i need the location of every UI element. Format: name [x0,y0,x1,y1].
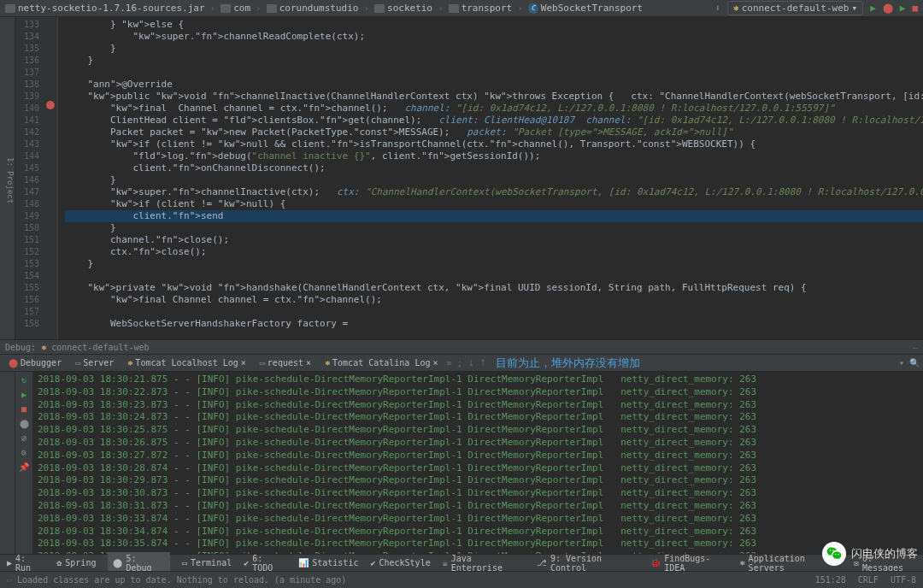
folder-icon [374,4,385,13]
stop-icon[interactable]: ■ [21,404,26,414]
breadcrumb-bar: netty-socketio-1.7.16-sources.jar› com› … [0,0,923,17]
line-separator[interactable]: CRLF [858,575,879,585]
debug-icon[interactable]: ⬤ [883,3,893,14]
tab-request[interactable]: ▭request × [255,356,316,369]
tool-spring[interactable]: ✿ Spring [56,558,96,567]
build-icon[interactable]: ⬇ [714,3,720,14]
debug-label: Debug: [5,343,36,352]
run-coverage-icon[interactable]: ▶ [900,3,906,14]
debug-target: connect-default-web [51,343,149,352]
jar-icon [5,4,15,13]
folder-icon [220,4,231,13]
pin-icon[interactable]: 📌 [19,462,29,472]
breadcrumb-p2[interactable]: corundumstudio [279,3,359,14]
line-number-gutter[interactable]: 1331341351361371381391401411421431441451… [15,17,44,339]
caret-position[interactable]: 151:28 [815,575,846,585]
stop-icon[interactable]: ■ [912,3,918,14]
hide-panel-icon[interactable]: — [913,343,918,352]
console-output[interactable]: 2018-09-03 18:30:21.875 - - [INFO] pike-… [32,372,923,554]
watermark-text: 闪电侠的博客 [851,546,918,562]
debug-session-bar: Debug: ⎈ connect-default-web — [0,339,923,355]
file-encoding[interactable]: UTF-8 [891,575,916,585]
breadcrumb-p1[interactable]: com [233,3,250,14]
project-tool-tab[interactable]: 1: Project [6,157,15,203]
resume-icon[interactable]: ▶ [21,390,26,399]
status-message: Loaded classes are up to date. Nothing t… [17,575,346,585]
run-config-selector[interactable]: ⎈connect-default-web ▾ [727,1,863,15]
breadcrumb-p3[interactable]: socketio [387,3,432,14]
rerun-icon[interactable]: ↻ [21,375,26,385]
annotation-text: 目前为止，堆外内存没有增加 [496,356,640,371]
tool-java-ee[interactable]: ☕ Java Enterprise [443,554,525,573]
folder-icon [267,4,277,13]
code-editor[interactable]: 1331341351361371381391401411421431441451… [15,17,923,339]
tab-tomcat-localhost[interactable]: ⎈Tomcat Localhost Log × [122,356,250,369]
left-tool-strip[interactable]: 1: Project DB Browser [0,17,15,339]
status-bar: ▭ Loaded classes are up to date. Nothing… [0,571,923,588]
watermark: 闪电侠的博客 [822,542,918,566]
tool-checkstyle[interactable]: ✔ CheckStyle [370,558,430,567]
tool-terminal[interactable]: ▭ Terminal [182,558,232,567]
class-icon: C [528,3,538,14]
console-action-gutter: ↻ ▶ ■ ⬤ ⌀ ⚙ 📌 [15,372,32,554]
run-icon[interactable]: ▶ [870,3,876,14]
breadcrumb-jar[interactable]: netty-socketio-1.7.16-sources.jar [18,3,205,14]
bottom-tool-buttons: ▶ 4: Run ✿ Spring ⬤ 5: Debug ▭ Terminal … [0,554,923,571]
tab-debugger[interactable]: ⬤Debugger [3,356,67,369]
tool-run[interactable]: ▶ 4: Run [7,554,44,573]
folder-icon [449,4,459,13]
tool-todo[interactable]: ✔ 6: TODO [244,554,286,573]
tab-tomcat-catalina[interactable]: ⎈Tomcat Catalina Log × [320,356,443,369]
breakpoint-gutter[interactable] [44,17,58,339]
tab-server[interactable]: ▭Server [70,356,119,369]
mute-breakpoints-icon[interactable]: ⌀ [21,433,26,443]
breadcrumb-class[interactable]: WebSocketTransport [541,3,643,14]
breadcrumb[interactable]: netty-socketio-1.7.16-sources.jar› com› … [5,3,643,14]
wechat-icon [822,542,846,566]
tool-statistic[interactable]: 📊 Statistic [298,558,358,567]
code-area[interactable]: } "kw">else { "kw">super."fn">channelRea… [58,17,923,339]
tool-findbugs[interactable]: 🐞 FindBugs-IDEA [650,554,727,573]
view-breakpoints-icon[interactable]: ⬤ [20,419,29,428]
breadcrumb-p4[interactable]: transport [462,3,513,14]
tool-vcs[interactable]: ⎇ 9: Version Control [537,554,638,573]
settings-icon[interactable]: ⚙ [21,448,26,457]
debug-tool-tabs: ⬤Debugger ▭Server ⎈Tomcat Localhost Log … [0,355,923,372]
